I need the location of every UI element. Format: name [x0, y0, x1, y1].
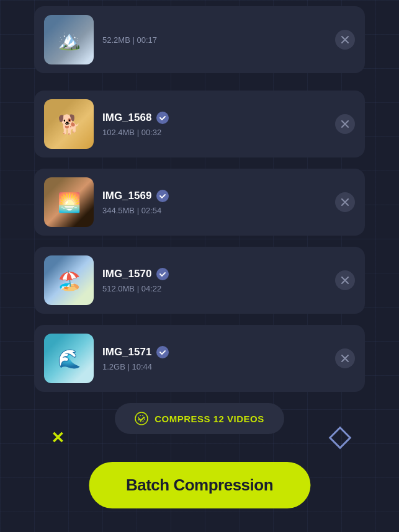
check-icon-1569 [156, 190, 169, 202]
video-item-1568: 🐕 IMG_1568 102.4MB | 00:32 [34, 91, 365, 157]
video-thumbnail-1571: 🌊 [44, 334, 94, 383]
check-icon-1568 [156, 112, 169, 124]
video-name-row-1568: IMG_1568 [102, 112, 335, 124]
check-icon-1571 [156, 346, 169, 358]
remove-button-1571[interactable] [335, 348, 355, 368]
remove-button-1569[interactable] [335, 192, 355, 212]
video-meta-1570: 512.0MB | 04:22 [102, 284, 335, 293]
compress-button[interactable]: COMPRESS 12 VIDEOS [115, 403, 284, 434]
compress-button-label: COMPRESS 12 VIDEOS [155, 414, 264, 424]
thumb-image-1569: 🌅 [44, 177, 94, 227]
video-item-1571: 🌊 IMG_1571 1.2GB | 10:44 [34, 325, 365, 392]
thumb-image-1570: 🏖️ [44, 255, 94, 305]
video-name-1569: IMG_1569 [102, 190, 151, 202]
video-meta-1568: 102.4MB | 00:32 [102, 128, 335, 137]
video-meta-1571: 1.2GB | 10:44 [102, 362, 335, 371]
video-thumbnail-partial: 🏔️ [44, 15, 94, 64]
video-thumbnail-1570: 🏖️ [44, 255, 94, 305]
thumb-image-1571: 🌊 [44, 334, 94, 383]
video-info-1569: IMG_1569 344.5MB | 02:54 [94, 190, 335, 215]
compress-icon [135, 412, 148, 425]
video-name-1571: IMG_1571 [102, 346, 151, 358]
video-info-1570: IMG_1570 512.0MB | 04:22 [94, 268, 335, 293]
video-info-1568: IMG_1568 102.4MB | 00:32 [94, 112, 335, 137]
video-name-1568: IMG_1568 [102, 112, 151, 124]
video-info-1571: IMG_1571 1.2GB | 10:44 [94, 346, 335, 371]
batch-compression-button[interactable]: Batch Compression [89, 462, 310, 508]
remove-button-partial[interactable] [335, 30, 355, 50]
video-name-row-1570: IMG_1570 [102, 268, 335, 280]
remove-button-1570[interactable] [335, 270, 355, 290]
video-item-1570: 🏖️ IMG_1570 512.0MB | 04:22 [34, 247, 365, 314]
remove-button-1568[interactable] [335, 114, 355, 134]
video-thumbnail-1568: 🐕 [44, 99, 94, 149]
video-name-row-1571: IMG_1571 [102, 346, 335, 358]
check-icon-1570 [156, 268, 169, 280]
deco-x-left: ✕ [51, 430, 65, 446]
video-list: 🐕 IMG_1568 102.4MB | 00:32 🌅 [0, 84, 399, 392]
video-item-partial: 🏔️ 52.2MB | 00:17 [34, 6, 365, 73]
video-info-partial: 52.2MB | 00:17 [94, 35, 335, 45]
video-name-row-1569: IMG_1569 [102, 190, 335, 202]
svg-point-0 [135, 412, 148, 425]
video-meta-1569: 344.5MB | 02:54 [102, 206, 335, 215]
batch-compression-label: Batch Compression [126, 476, 273, 494]
video-item-1569: 🌅 IMG_1569 344.5MB | 02:54 [34, 169, 365, 236]
video-thumbnail-1569: 🌅 [44, 177, 94, 227]
video-name-1570: IMG_1570 [102, 268, 151, 280]
video-meta-partial: 52.2MB | 00:17 [102, 35, 335, 45]
thumb-image-partial: 🏔️ [44, 15, 94, 64]
thumb-image-1568: 🐕 [44, 99, 94, 149]
